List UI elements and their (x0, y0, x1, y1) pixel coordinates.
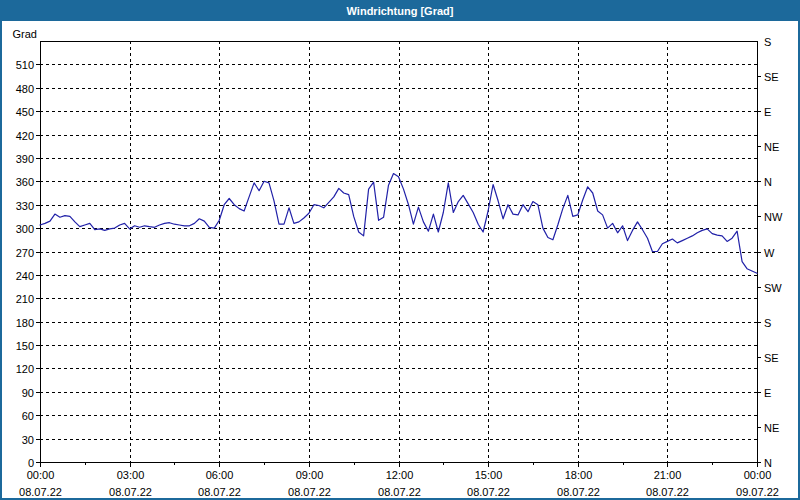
gridlines (40, 41, 757, 462)
x-tick-time-label: 12:00 (386, 469, 414, 481)
x-tick-date-label: 08.07.22 (646, 486, 689, 498)
wind-direction-line (40, 174, 757, 274)
compass-tick-label: NW (764, 211, 783, 223)
y-left-tick-label: 0 (28, 457, 34, 469)
y-axis-left-title: Grad (13, 28, 37, 40)
y-left-tick-label: 510 (16, 59, 34, 71)
y-left-tick-label: 210 (16, 293, 34, 305)
y-left-tick-label: 480 (16, 83, 34, 95)
y-left-tick-label: 300 (16, 223, 34, 235)
x-tick-time-label: 09:00 (296, 469, 324, 481)
x-tick-date-label: 08.07.22 (288, 486, 331, 498)
y-left-tick-label: 330 (16, 200, 34, 212)
compass-tick-label: E (764, 106, 771, 118)
compass-tick-label: SW (764, 282, 782, 294)
compass-tick-label: N (764, 457, 772, 469)
x-tick-date-label: 08.07.22 (19, 486, 62, 498)
x-tick-date-label: 08.07.22 (557, 486, 600, 498)
y-axis-left: 0306090120150180210240270300330360390420… (13, 28, 40, 469)
x-axis: 00:0008.07.2203:0008.07.2206:0008.07.220… (19, 462, 779, 498)
title-bar: Windrichtung [Grad] (2, 2, 798, 21)
x-tick-date-label: 09.07.22 (736, 486, 779, 498)
y-left-tick-label: 240 (16, 270, 34, 282)
compass-tick-label: E (764, 387, 771, 399)
x-tick-time-label: 03:00 (117, 469, 145, 481)
compass-tick-label: SE (764, 352, 779, 364)
y-left-tick-label: 390 (16, 153, 34, 165)
x-tick-time-label: 15:00 (475, 469, 503, 481)
y-left-tick-label: 150 (16, 340, 34, 352)
x-tick-time-label: 00:00 (27, 469, 55, 481)
x-tick-date-label: 08.07.22 (109, 486, 152, 498)
y-left-tick-label: 30 (22, 434, 34, 446)
y-left-tick-label: 270 (16, 247, 34, 259)
x-tick-date-label: 08.07.22 (198, 486, 241, 498)
y-left-tick-label: 180 (16, 317, 34, 329)
chart-title: Windrichtung [Grad] (347, 5, 454, 17)
x-tick-time-label: 06:00 (206, 469, 234, 481)
compass-tick-label: NE (764, 422, 779, 434)
compass-tick-label: S (764, 36, 771, 48)
compass-tick-label: NE (764, 141, 779, 153)
compass-tick-label: N (764, 176, 772, 188)
compass-tick-label: S (764, 317, 771, 329)
wind-direction-chart: 0306090120150180210240270300330360390420… (2, 21, 798, 500)
y-left-tick-label: 360 (16, 176, 34, 188)
compass-tick-label: W (764, 247, 775, 259)
x-tick-date-label: 08.07.22 (467, 486, 510, 498)
x-tick-time-label: 18:00 (565, 469, 593, 481)
y-left-tick-label: 60 (22, 410, 34, 422)
x-tick-time-label: 21:00 (654, 469, 682, 481)
window: Windrichtung [Grad] 03060901201501802102… (0, 0, 800, 500)
y-left-tick-label: 420 (16, 130, 34, 142)
x-tick-date-label: 08.07.22 (378, 486, 421, 498)
y-left-tick-label: 450 (16, 106, 34, 118)
y-left-tick-label: 90 (22, 387, 34, 399)
y-axis-right: SSEENENNWWSWSSEENEN (757, 36, 783, 469)
x-tick-time-label: 00:00 (744, 469, 772, 481)
compass-tick-label: SE (764, 71, 779, 83)
chart-area: 0306090120150180210240270300330360390420… (2, 21, 798, 498)
y-left-tick-label: 120 (16, 363, 34, 375)
